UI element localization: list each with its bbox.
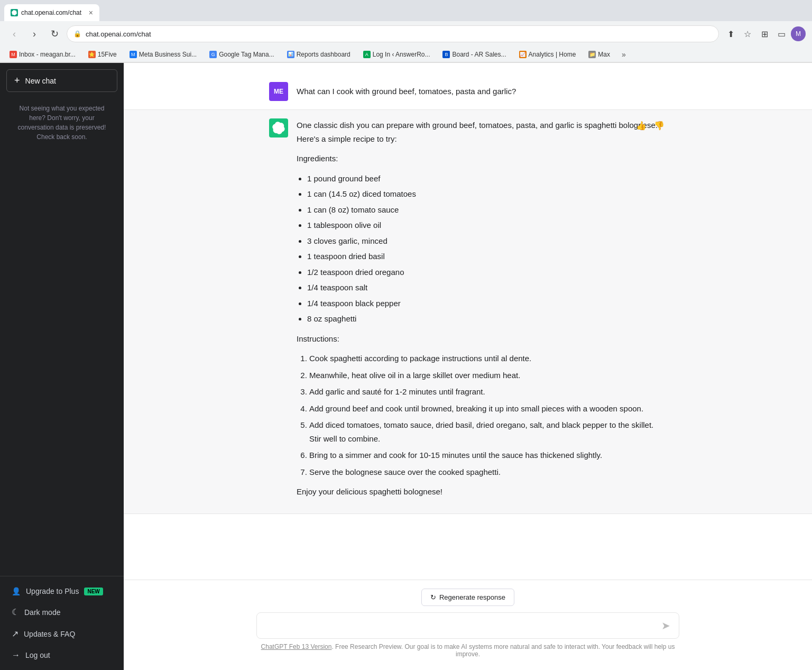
upgrade-to-plus-button[interactable]: 👤 Upgrade to Plus NEW: [4, 582, 119, 601]
list-item: 8 oz spaghetti: [307, 312, 667, 326]
sidebar-spacer: [0, 147, 124, 576]
bookmark-reports-label: Reports dashboard: [297, 51, 350, 58]
share-button[interactable]: ⬆: [723, 26, 738, 41]
tab-bar: chat.openai.com/chat ×: [0, 0, 812, 21]
regenerate-icon: ↻: [430, 593, 436, 601]
moon-icon: ☾: [12, 607, 19, 617]
input-wrapper: ➤: [256, 612, 679, 639]
bookmark-analytics-label: Analytics | Home: [529, 51, 576, 58]
main-content: ME What can I cook with ground beef, tom…: [124, 63, 812, 670]
list-item: 1 teaspoon dried basil: [307, 250, 667, 263]
ai-message-text: One classic dish you can prepare with gr…: [297, 118, 667, 505]
new-chat-label: New chat: [25, 77, 56, 85]
chat-input[interactable]: [264, 621, 655, 630]
bookmark-gtm-label: Google Tag Mana...: [219, 51, 274, 58]
sidebar-toggle-button[interactable]: ▭: [774, 26, 789, 41]
updates-faq-button[interactable]: ↗ Updates & FAQ: [4, 623, 119, 644]
bookmark-reports[interactable]: 📊 Reports dashboard: [284, 50, 354, 59]
gtm-favicon: G: [209, 51, 217, 58]
bookmark-meta[interactable]: M Meta Business Sui...: [126, 50, 200, 59]
ingredients-heading: Ingredients:: [297, 152, 667, 166]
list-item: 1 can (8 oz) tomato sauce: [307, 203, 667, 217]
upgrade-label: Upgrade to Plus: [26, 587, 79, 595]
external-link-icon: ↗: [12, 629, 19, 639]
lock-icon: 🔒: [73, 30, 81, 38]
dark-mode-button[interactable]: ☾ Dark mode: [4, 602, 119, 622]
new-chat-button[interactable]: + New chat: [6, 69, 117, 92]
list-item: 1/4 teaspoon black pepper: [307, 297, 667, 310]
ai-message-wrapper: One classic dish you can prepare with gr…: [256, 110, 679, 513]
bookmark-answerro-label: Log In ‹ AnswerRo...: [373, 51, 430, 58]
tab-close-button[interactable]: ×: [89, 8, 93, 17]
list-item: Meanwhile, heat olive oil in a large ski…: [309, 369, 667, 382]
list-item: 1/2 teaspoon dried oregano: [307, 265, 667, 279]
input-area: ↻ Regenerate response ➤ ChatGPT Feb 13 V…: [124, 580, 812, 670]
analytics-favicon: 📈: [519, 51, 527, 58]
list-item: 1 tablespoon olive oil: [307, 218, 667, 232]
list-item: Add diced tomatoes, tomato sauce, dried …: [309, 418, 667, 445]
send-button[interactable]: ➤: [660, 618, 671, 633]
sidebar-notice: Not seeing what you expected here? Don't…: [0, 98, 124, 147]
footer-version-link[interactable]: ChatGPT Feb 13 Version: [261, 643, 332, 650]
user-avatar: ME: [269, 82, 288, 101]
tab-favicon: [11, 9, 18, 16]
board-favicon: B: [442, 51, 450, 58]
bookmark-15five[interactable]: ⭐ 15Five: [85, 50, 120, 59]
bookmark-board[interactable]: B Board - AR Sales...: [439, 50, 509, 59]
bookmark-max-label: Max: [598, 51, 610, 58]
active-tab[interactable]: chat.openai.com/chat ×: [4, 4, 99, 21]
profile-button[interactable]: M: [791, 26, 806, 41]
user-message-text: What can I cook with ground beef, tomato…: [297, 82, 516, 98]
max-favicon: 📁: [588, 51, 596, 58]
list-item: Serve the bolognese sauce over the cooke…: [309, 465, 667, 479]
bookmarks-more-button[interactable]: »: [622, 50, 626, 59]
bookmark-analytics[interactable]: 📈 Analytics | Home: [516, 50, 579, 59]
regenerate-wrapper: ↻ Regenerate response: [136, 589, 799, 606]
reload-button[interactable]: ↻: [47, 26, 62, 42]
dark-mode-label: Dark mode: [24, 608, 60, 617]
app-container: + New chat Not seeing what you expected …: [0, 63, 812, 670]
thumbs-down-button[interactable]: 👎: [652, 118, 667, 133]
forward-button[interactable]: ›: [26, 26, 42, 42]
ingredients-list: 1 pound ground beef1 can (14.5 oz) diced…: [307, 172, 667, 326]
answerro-favicon: A: [363, 51, 371, 58]
closing-text: Enjoy your delicious spaghetti bolognese…: [297, 485, 667, 499]
bookmark-gtm[interactable]: G Google Tag Mana...: [206, 50, 278, 59]
bookmark-meta-label: Meta Business Sui...: [139, 51, 197, 58]
sidebar: + New chat Not seeing what you expected …: [0, 63, 124, 670]
bookmark-button[interactable]: ☆: [740, 26, 755, 41]
gmail-favicon: M: [10, 51, 17, 58]
instructions-heading: Instructions:: [297, 332, 667, 346]
list-item: Cook spaghetti according to package inst…: [309, 352, 667, 365]
list-item: Bring to a simmer and cook for 10-15 min…: [309, 448, 667, 462]
nav-bar: ‹ › ↻ 🔒 chat.openai.com/chat ⬆ ☆ ⊞ ▭ M: [0, 21, 812, 47]
bookmark-gmail-label: Inbox - meagan.br...: [19, 51, 76, 58]
list-item: 1/4 teaspoon salt: [307, 281, 667, 295]
bookmark-answerro[interactable]: A Log In ‹ AnswerRo...: [360, 50, 433, 59]
updates-label: Updates & FAQ: [24, 630, 75, 638]
tab-grid-button[interactable]: ⊞: [757, 26, 772, 41]
tab-title: chat.openai.com/chat: [21, 9, 86, 16]
regenerate-label: Regenerate response: [439, 593, 505, 601]
sidebar-bottom: 👤 Upgrade to Plus NEW ☾ Dark mode ↗ Upda…: [0, 576, 124, 670]
browser-chrome: chat.openai.com/chat × ‹ › ↻ 🔒 chat.open…: [0, 0, 812, 63]
bookmark-gmail[interactable]: M Inbox - meagan.br...: [6, 50, 79, 59]
list-item: Add garlic and sauté for 1-2 minutes unt…: [309, 385, 667, 399]
address-bar[interactable]: 🔒 chat.openai.com/chat: [67, 25, 719, 42]
logout-label: Log out: [25, 651, 50, 659]
bookmark-board-label: Board - AR Sales...: [452, 51, 506, 58]
logout-button[interactable]: → Log out: [4, 645, 119, 665]
ai-message: One classic dish you can prepare with gr…: [269, 110, 667, 513]
ai-avatar: [269, 118, 288, 137]
list-item: 3 cloves garlic, minced: [307, 234, 667, 248]
logout-icon: →: [12, 650, 20, 660]
address-text: chat.openai.com/chat: [86, 30, 712, 38]
thumbs-up-button[interactable]: 👍: [634, 118, 649, 133]
person-icon: 👤: [12, 587, 21, 595]
back-button[interactable]: ‹: [6, 26, 22, 42]
bookmark-max[interactable]: 📁 Max: [585, 50, 613, 59]
meta-favicon: M: [130, 51, 137, 58]
15five-favicon: ⭐: [88, 51, 96, 58]
regenerate-button[interactable]: ↻ Regenerate response: [421, 589, 514, 606]
list-item: 1 pound ground beef: [307, 172, 667, 186]
